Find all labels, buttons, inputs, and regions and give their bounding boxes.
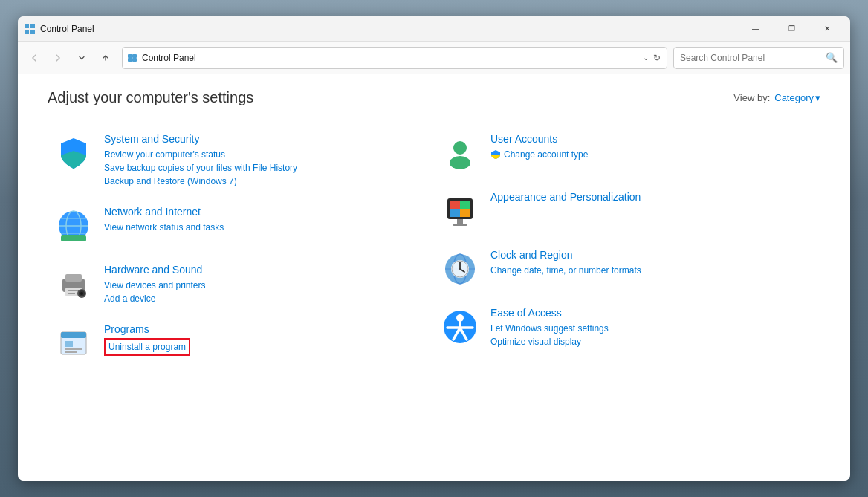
- close-button[interactable]: ✕: [810, 16, 844, 42]
- svg-rect-36: [453, 224, 467, 226]
- add-device-link[interactable]: Add a device: [104, 292, 428, 305]
- ease-of-access-content: Ease of Access Let Windows suggest setti…: [490, 307, 814, 348]
- svg-rect-24: [65, 341, 73, 347]
- svg-rect-35: [457, 219, 463, 224]
- view-by-dropdown[interactable]: Category ▾: [774, 92, 820, 103]
- programs-icon: [54, 323, 94, 363]
- category-clock-region: Clock and Region Change date, time, or n…: [434, 240, 820, 298]
- address-bar[interactable]: Control Panel ⌄ ↻: [122, 47, 667, 69]
- back-button[interactable]: [24, 48, 45, 68]
- svg-point-21: [80, 292, 83, 295]
- svg-rect-15: [65, 274, 82, 282]
- svg-rect-33: [450, 209, 460, 217]
- ease-of-access-icon: [440, 307, 480, 347]
- user-accounts-shield-icon: [490, 149, 501, 160]
- appearance-personalization-icon: [440, 191, 480, 231]
- svg-rect-6: [128, 58, 132, 62]
- up-icon: [101, 53, 110, 62]
- nav-bar: Control Panel ⌄ ↻ 🔍: [18, 42, 850, 74]
- programs-content: Programs Uninstall a program: [104, 323, 428, 356]
- svg-rect-18: [68, 293, 75, 294]
- review-computer-status-link[interactable]: Review your computer's status: [104, 148, 428, 161]
- dropdown-arrow-icon: [78, 54, 85, 62]
- svg-rect-5: [132, 54, 137, 58]
- appearance-personalization-content: Appearance and Personalization: [490, 191, 814, 206]
- ease-of-access-title[interactable]: Ease of Access: [490, 307, 814, 319]
- refresh-button[interactable]: ↻: [652, 51, 662, 65]
- category-appearance-personalization: Appearance and Personalization: [434, 182, 820, 240]
- category-system-security: System and Security Review your computer…: [48, 124, 434, 197]
- title-bar: Control Panel — ❐ ✕: [18, 16, 850, 42]
- network-internet-content: Network and Internet View network status…: [104, 206, 428, 234]
- view-by-value-text: Category: [774, 92, 814, 103]
- forward-icon: [54, 53, 62, 62]
- svg-rect-3: [30, 30, 35, 34]
- window-title: Control Panel: [40, 24, 739, 34]
- right-column: User Accounts Change account type: [434, 124, 820, 372]
- svg-rect-23: [61, 332, 86, 338]
- optimize-visual-display-link[interactable]: Optimize visual display: [490, 335, 814, 348]
- svg-rect-25: [65, 348, 82, 350]
- svg-rect-2: [25, 30, 29, 34]
- hardware-sound-icon: [54, 264, 94, 304]
- svg-rect-17: [68, 290, 80, 291]
- address-dropdown-button[interactable]: ⌄: [641, 52, 650, 63]
- file-history-link[interactable]: Save backup copies of your files with Fi…: [104, 161, 428, 175]
- address-bar-icon: [127, 52, 139, 64]
- appearance-personalization-title[interactable]: Appearance and Personalization: [490, 191, 814, 203]
- window-controls: — ❐ ✕: [739, 16, 844, 42]
- minimize-button[interactable]: —: [739, 16, 773, 42]
- svg-rect-0: [25, 24, 29, 28]
- view-by-arrow-icon: ▾: [815, 92, 820, 103]
- svg-rect-31: [450, 201, 460, 209]
- search-input[interactable]: [680, 53, 826, 63]
- up-button[interactable]: [95, 48, 116, 68]
- programs-title[interactable]: Programs: [104, 323, 428, 335]
- svg-rect-34: [460, 209, 470, 217]
- system-security-icon: [54, 133, 94, 173]
- category-network-internet: Network and Internet View network status…: [48, 197, 434, 255]
- clock-region-content: Clock and Region Change date, time, or n…: [490, 249, 814, 277]
- user-accounts-content: User Accounts Change account type: [490, 133, 814, 161]
- category-programs: Programs Uninstall a program: [48, 314, 434, 372]
- categories-grid: System and Security Review your computer…: [48, 124, 820, 372]
- search-bar[interactable]: 🔍: [673, 47, 844, 69]
- svg-rect-32: [460, 201, 470, 209]
- page-header: Adjust your computer's settings View by:…: [48, 89, 820, 106]
- view-by-control: View by: Category ▾: [733, 92, 820, 103]
- clock-region-title[interactable]: Clock and Region: [490, 249, 814, 261]
- system-security-content: System and Security Review your computer…: [104, 133, 428, 188]
- clock-region-icon: [440, 249, 480, 289]
- category-user-accounts: User Accounts Change account type: [434, 124, 820, 182]
- uninstall-program-link[interactable]: Uninstall a program: [104, 338, 190, 356]
- search-icon: 🔍: [826, 52, 838, 63]
- page-title: Adjust your computer's settings: [48, 89, 253, 106]
- window-icon: [24, 23, 36, 35]
- control-panel-window: Control Panel — ❐ ✕: [18, 16, 850, 481]
- svg-rect-7: [132, 58, 137, 62]
- network-internet-icon: [54, 206, 94, 246]
- backup-restore-link[interactable]: Backup and Restore (Windows 7): [104, 175, 428, 188]
- hardware-sound-title[interactable]: Hardware and Sound: [104, 264, 428, 276]
- recent-locations-button[interactable]: [71, 48, 92, 68]
- change-date-time-link[interactable]: Change date, time, or number formats: [490, 264, 814, 277]
- address-text: Control Panel: [142, 53, 641, 63]
- forward-button[interactable]: [48, 48, 68, 68]
- svg-rect-4: [128, 54, 132, 58]
- view-devices-printers-link[interactable]: View devices and printers: [104, 279, 428, 292]
- user-accounts-title[interactable]: User Accounts: [490, 133, 814, 145]
- windows-suggest-settings-link[interactable]: Let Windows suggest settings: [490, 322, 814, 335]
- network-internet-title[interactable]: Network and Internet: [104, 206, 428, 218]
- hardware-sound-content: Hardware and Sound View devices and prin…: [104, 264, 428, 305]
- svg-point-27: [453, 141, 467, 155]
- user-accounts-icon: [440, 133, 480, 173]
- main-content: Adjust your computer's settings View by:…: [18, 74, 850, 481]
- maximize-button[interactable]: ❐: [774, 16, 809, 42]
- svg-rect-13: [61, 235, 86, 241]
- system-security-title[interactable]: System and Security: [104, 133, 428, 145]
- view-by-label: View by:: [733, 92, 770, 103]
- category-hardware-sound: Hardware and Sound View devices and prin…: [48, 255, 434, 314]
- back-icon: [30, 53, 39, 62]
- view-network-status-link[interactable]: View network status and tasks: [104, 221, 428, 234]
- change-account-type-link[interactable]: Change account type: [504, 148, 588, 161]
